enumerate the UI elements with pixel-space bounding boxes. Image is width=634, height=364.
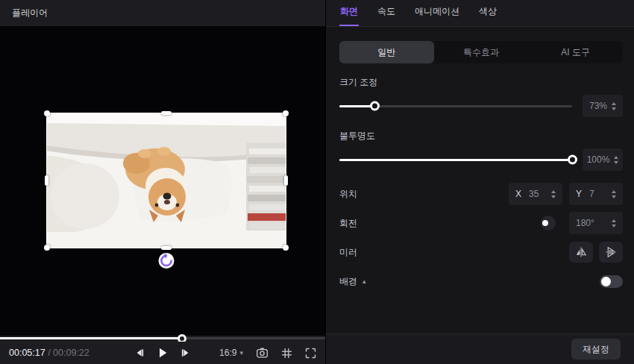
- scale-label: 크기 조정: [339, 76, 623, 89]
- stepper-down-icon[interactable]: [551, 195, 556, 198]
- tab-color[interactable]: 색상: [478, 0, 498, 26]
- scale-slider-knob[interactable]: [370, 101, 380, 111]
- player-toolbar: 00:05:17 / 00:09:22: [0, 342, 325, 364]
- selection-handle-right[interactable]: [284, 175, 288, 186]
- grid-toggle-button[interactable]: [281, 348, 292, 359]
- reset-button[interactable]: 재설정: [571, 339, 621, 360]
- selection-handle-top[interactable]: [161, 111, 172, 115]
- stepper-up-icon[interactable]: [612, 219, 616, 222]
- player-header: 플레이어: [0, 0, 325, 26]
- background-toggle-knob: [601, 277, 611, 286]
- app-window: 플레이어: [0, 0, 634, 364]
- stepper-down-icon[interactable]: [612, 225, 616, 228]
- selection-handle-top-right[interactable]: [283, 110, 289, 116]
- play-icon: [157, 347, 169, 359]
- rotate-handle[interactable]: [159, 253, 175, 269]
- inspector-tabbar: 화면 속도 애니메이션 색상: [326, 0, 634, 27]
- step-backward-button[interactable]: [131, 345, 148, 361]
- position-row: 위치 X 35 Y 7: [339, 183, 623, 205]
- stepper-up-icon[interactable]: [612, 102, 616, 105]
- mirror-label: 미러: [339, 246, 563, 259]
- scale-value: 73%: [589, 101, 607, 111]
- opacity-value: 100%: [587, 154, 610, 165]
- rotation-dial[interactable]: [541, 216, 556, 230]
- opacity-row: 100%: [339, 148, 623, 171]
- stepper-down-icon[interactable]: [612, 107, 616, 110]
- flip-horizontal-button[interactable]: [569, 242, 593, 263]
- time-separator: /: [45, 348, 53, 358]
- playback-time: 00:05:17 / 00:09:22: [9, 348, 90, 358]
- opacity-stepper[interactable]: [614, 156, 618, 164]
- chevron-down-icon: ▾: [239, 349, 243, 357]
- subtab-effects[interactable]: 특수효과: [434, 41, 529, 63]
- position-y-stepper[interactable]: [612, 190, 616, 198]
- subtab-ai-tools[interactable]: AI 도구: [528, 41, 623, 63]
- selection-handle-bottom[interactable]: [161, 246, 172, 250]
- step-forward-button[interactable]: [178, 345, 194, 361]
- rotate-icon: [159, 253, 175, 269]
- current-time: 00:05:17: [9, 348, 45, 358]
- aspect-ratio-dropdown[interactable]: 16:9 ▾: [219, 348, 243, 358]
- selection-box: [46, 113, 286, 248]
- snapshot-button[interactable]: [256, 347, 269, 359]
- scale-row: 73%: [339, 95, 623, 117]
- scale-slider[interactable]: [339, 105, 572, 107]
- total-time: 00:09:22: [53, 348, 90, 358]
- player-title: 플레이어: [12, 7, 48, 19]
- background-row: 배경 ▴: [339, 270, 623, 292]
- stepper-down-icon[interactable]: [614, 161, 618, 164]
- opacity-slider-fill: [339, 159, 572, 161]
- x-axis-label: X: [515, 189, 521, 199]
- view-tools: 16:9 ▾: [219, 347, 316, 359]
- video-clip[interactable]: [46, 113, 286, 248]
- selection-handle-bottom-right[interactable]: [283, 245, 289, 251]
- fullscreen-button[interactable]: [305, 348, 316, 359]
- rotation-value: 180°: [576, 218, 594, 228]
- stepper-up-icon[interactable]: [614, 156, 618, 159]
- play-button[interactable]: [154, 345, 171, 361]
- mirror-row: 미러: [339, 241, 623, 263]
- seekbar-track[interactable]: [0, 337, 325, 339]
- position-x-field[interactable]: X 35: [509, 183, 562, 205]
- scale-value-field[interactable]: 73%: [583, 95, 623, 117]
- position-label: 위치: [339, 188, 502, 201]
- background-toggle[interactable]: [600, 275, 623, 288]
- tab-animation[interactable]: 애니메이션: [414, 0, 460, 26]
- rotation-dial-indicator: [542, 220, 548, 226]
- aspect-ratio-value: 16:9: [219, 348, 236, 358]
- step-forward-icon: [181, 348, 191, 358]
- opacity-value-field[interactable]: 100%: [583, 148, 623, 171]
- flip-vertical-button[interactable]: [599, 242, 623, 263]
- scale-stepper[interactable]: [612, 102, 616, 110]
- subtab-general[interactable]: 일반: [339, 41, 434, 63]
- subtab-group: 일반 특수효과 AI 도구: [339, 41, 623, 63]
- opacity-slider-knob[interactable]: [568, 155, 577, 165]
- selection-handle-top-left[interactable]: [44, 110, 50, 116]
- rotation-stepper[interactable]: [612, 219, 616, 228]
- selection-handle-bottom-left[interactable]: [44, 245, 50, 251]
- stepper-up-icon[interactable]: [612, 190, 616, 193]
- position-x-stepper[interactable]: [551, 190, 556, 198]
- inspector-pane: 화면 속도 애니메이션 색상 일반 특수효과 AI 도구 크기 조정 73%: [326, 0, 634, 364]
- background-label-text: 배경: [339, 275, 357, 288]
- collapse-up-icon[interactable]: ▴: [362, 277, 366, 285]
- selection-handle-left[interactable]: [45, 175, 48, 186]
- inspector-footer: 재설정: [326, 333, 634, 364]
- position-y-field[interactable]: Y 7: [569, 183, 623, 205]
- fullscreen-icon: [305, 348, 316, 359]
- camera-icon: [256, 347, 269, 359]
- opacity-slider[interactable]: [339, 159, 572, 161]
- scale-slider-fill: [339, 105, 374, 107]
- opacity-label: 불투명도: [339, 130, 623, 142]
- stepper-up-icon[interactable]: [551, 190, 556, 193]
- transport-controls: [131, 345, 194, 361]
- stepper-down-icon[interactable]: [612, 195, 616, 198]
- rotation-label: 회전: [339, 217, 541, 230]
- seekbar[interactable]: [0, 336, 325, 342]
- tab-speed[interactable]: 속도: [377, 0, 396, 26]
- preview-canvas[interactable]: [0, 26, 325, 336]
- position-x-value: 35: [529, 189, 539, 199]
- rotation-value-field[interactable]: 180°: [569, 212, 623, 234]
- rotation-row: 회전 180°: [339, 212, 623, 234]
- tab-screen[interactable]: 화면: [339, 0, 359, 26]
